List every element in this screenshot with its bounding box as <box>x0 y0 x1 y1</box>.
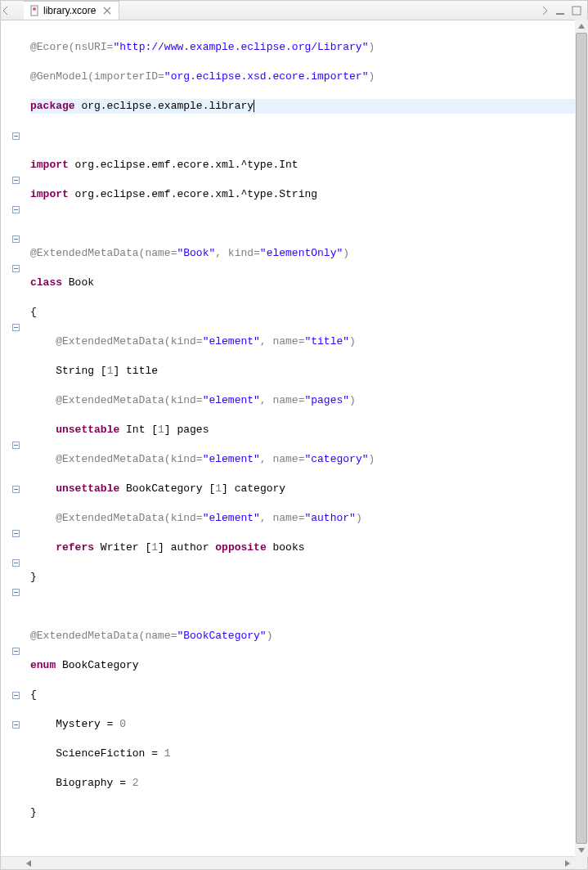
code-editor[interactable]: @Ecore(nsURI="http://www.example.eclipse… <box>22 20 587 856</box>
fold-icon[interactable] <box>12 648 20 655</box>
scroll-up-icon[interactable] <box>575 20 588 33</box>
svg-rect-3 <box>572 7 581 15</box>
tab-bar: library.xcore <box>1 1 587 20</box>
fold-icon[interactable] <box>12 265 20 272</box>
scroll-right-icon[interactable] <box>561 857 574 870</box>
horizontal-scrollbar[interactable] <box>1 856 587 869</box>
editor-tab[interactable]: library.xcore <box>24 1 119 20</box>
vertical-scrollbar[interactable] <box>575 20 588 857</box>
editor-area: @Ecore(nsURI="http://www.example.eclipse… <box>1 20 587 856</box>
fold-icon[interactable] <box>12 132 20 140</box>
fold-icon[interactable] <box>12 486 20 493</box>
fold-icon[interactable] <box>12 206 20 213</box>
fold-icon[interactable] <box>12 235 20 243</box>
maximize-view-icon[interactable] <box>571 5 582 16</box>
minimize-view-icon[interactable] <box>554 5 566 16</box>
svg-rect-2 <box>556 13 564 15</box>
folding-ruler <box>1 20 22 856</box>
fold-icon[interactable] <box>12 721 20 729</box>
fold-icon[interactable] <box>12 589 20 596</box>
tab-nav-right-icon[interactable] <box>540 2 550 20</box>
fold-icon[interactable] <box>12 559 20 567</box>
fold-icon[interactable] <box>12 177 20 184</box>
tab-nav-left-icon[interactable] <box>1 2 11 20</box>
scroll-left-icon[interactable] <box>22 857 35 870</box>
tab-label: library.xcore <box>43 5 96 16</box>
svg-point-1 <box>33 7 36 11</box>
scroll-down-icon[interactable] <box>575 844 588 857</box>
fold-icon[interactable] <box>12 324 20 331</box>
fold-icon[interactable] <box>12 442 20 449</box>
scrollbar-thumb[interactable] <box>576 33 587 844</box>
fold-icon[interactable] <box>12 530 20 537</box>
xcore-file-icon <box>29 5 40 16</box>
fold-icon[interactable] <box>12 692 20 699</box>
close-tab-icon[interactable] <box>102 6 112 16</box>
